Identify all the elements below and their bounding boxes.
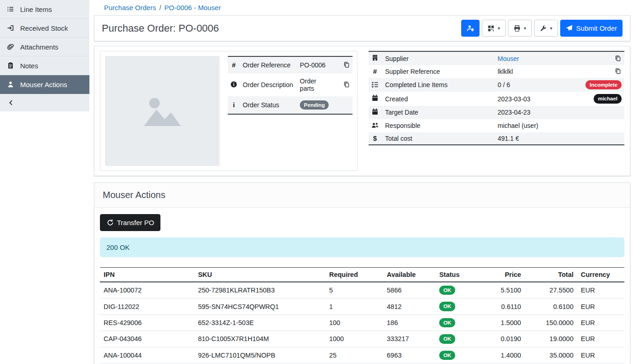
sidebar-collapse-button[interactable] — [0, 94, 89, 111]
cell-ipn: ANA-100072 — [100, 282, 194, 298]
breadcrumb-link-purchase-orders[interactable]: Purchase Orders — [104, 4, 156, 11]
sidebar-item-line-items[interactable]: Line Items — [0, 0, 89, 19]
column-header-currency: Currency — [577, 268, 624, 282]
order-status-label: Order Status — [241, 96, 298, 114]
cell-required: 25 — [325, 347, 383, 363]
sidebar-item-label: Mouser Actions — [20, 81, 67, 88]
order-actions-button[interactable]: ▾ — [534, 20, 558, 37]
caret-down-icon: ▾ — [550, 26, 552, 31]
caret-down-icon: ▾ — [498, 26, 500, 31]
cell-currency: EUR — [577, 347, 624, 363]
hash-icon: # — [371, 68, 379, 75]
detail-row-order-status: iOrder StatusPending — [228, 96, 353, 114]
copy-icon[interactable] — [614, 55, 622, 62]
detail-row-order-reference: #Order ReferencePO-0006 — [228, 56, 353, 73]
submit-order-button[interactable]: Submit Order — [560, 20, 623, 37]
total-cost-value: 491.1 € — [498, 135, 519, 142]
cell-required: 1000 — [325, 331, 383, 347]
transfer-po-button[interactable]: Transfer PO — [100, 214, 160, 231]
image-placeholder-icon — [137, 87, 188, 135]
calendar-icon — [371, 94, 379, 102]
order-description-label: Order Description — [241, 73, 298, 96]
sidebar: Line ItemsReceived StockAttachmentsNotes… — [0, 0, 89, 111]
sidebar-item-attachments[interactable]: Attachments — [0, 38, 89, 56]
cell-available: 186 — [383, 314, 436, 331]
status-alert: 200 OK — [100, 237, 624, 257]
mouser-actions-panel: Mouser Actions Transfer PO 200 OK IPNSKU… — [94, 182, 630, 364]
cell-total: 19.0000 — [525, 331, 577, 347]
detail-row-created: Created2023-03-03michael — [369, 92, 624, 105]
line-item-row: CAP-043046810-C1005X7R1H104M1000333217OK… — [100, 331, 624, 347]
print-actions-button[interactable]: ▾ — [508, 20, 532, 37]
supplier-reference-label: Supplier Reference — [382, 65, 495, 78]
paper-plane-icon — [566, 25, 573, 32]
breadcrumb: Purchase Orders/PO-0006 - Mouser — [94, 0, 630, 15]
supplier-label: Supplier — [382, 51, 495, 65]
copy-icon[interactable] — [614, 67, 622, 75]
breadcrumb-link-po-0006-mouser[interactable]: PO-0006 - Mouser — [165, 4, 221, 11]
users-icon — [371, 121, 379, 129]
cell-price: 1.5000 — [488, 314, 525, 331]
cell-price: 5.5100 — [488, 282, 525, 298]
detail-row-completed-line-items: Completed Line Items0 / 6Incomplete — [369, 78, 624, 92]
issue-order-button[interactable] — [461, 20, 480, 37]
cell-ipn: DIG-112022 — [100, 298, 194, 314]
cell-available: 5866 — [383, 282, 436, 298]
table-header-row: IPNSKURequiredAvailableStatusPriceTotalC… — [100, 268, 624, 282]
barcode-actions-button[interactable]: ▾ — [482, 20, 506, 37]
cell-required: 5 — [325, 282, 383, 298]
column-header-status: Status — [436, 268, 488, 282]
sidebar-item-label: Attachments — [20, 43, 58, 51]
list-icon — [7, 6, 14, 13]
supplier-value-link[interactable]: Mouser — [498, 55, 519, 62]
toolbar: ▾▾▾Submit Order — [461, 20, 623, 37]
cell-price: 0.0190 — [488, 331, 525, 347]
created-value: 2023-03-03 — [498, 95, 531, 103]
sidebar-item-mouser-actions[interactable]: Mouser Actions — [0, 75, 89, 94]
cell-sku: 810-C1005X7R1H104M — [194, 331, 325, 347]
total-cost-label: Total cost — [382, 132, 495, 145]
completed-line-items-label: Completed Line Items — [382, 78, 495, 92]
cell-currency: EUR — [577, 298, 624, 314]
copy-icon[interactable] — [343, 81, 350, 88]
cell-available: 4812 — [383, 298, 436, 314]
dollar-icon: $ — [371, 135, 379, 142]
supplier-info-box: SupplierMouser#Supplier Referencelklklkl… — [369, 51, 624, 145]
cell-ipn: CAP-043046 — [100, 331, 194, 347]
detail-row-responsible: Responsiblemichael (user) — [369, 119, 624, 132]
info-circle-icon — [230, 81, 237, 88]
sidebar-item-notes[interactable]: Notes — [0, 56, 89, 75]
copy-icon[interactable] — [343, 61, 350, 68]
sidebar-item-label: Line Items — [20, 6, 52, 13]
transfer-po-label: Transfer PO — [117, 219, 154, 226]
cell-total: 150.0000 — [525, 314, 577, 331]
cell-total: 27.5500 — [525, 282, 577, 298]
responsible-value: michael (user) — [498, 122, 539, 129]
line-items-table: IPNSKURequiredAvailableStatusPriceTotalC… — [100, 267, 624, 364]
sidebar-nav: Line ItemsReceived StockAttachmentsNotes… — [0, 0, 89, 94]
cell-price: 0.6110 — [488, 298, 525, 314]
target-date-value: 2023-04-23 — [498, 109, 531, 116]
incomplete-badge: Incomplete — [585, 80, 622, 89]
detail-row-total-cost: $Total cost491.1 € — [369, 132, 624, 145]
cell-total: 35.0000 — [525, 347, 577, 363]
order-reference-value: PO-0006 — [300, 61, 325, 69]
panel-header: Mouser Actions — [94, 183, 630, 208]
sidebar-item-received-stock[interactable]: Received Stock — [0, 19, 89, 38]
cell-sku: 926-LMC7101QM5/NOPB — [194, 347, 325, 363]
paperclip-icon — [7, 43, 14, 50]
cell-currency: EUR — [577, 314, 624, 331]
cell-total: 0.6100 — [525, 298, 577, 314]
column-header-price: Price — [488, 268, 525, 282]
column-header-available: Available — [383, 268, 436, 282]
order-summary-box: #Order ReferencePO-0006Order Description… — [100, 51, 358, 171]
hash-icon: # — [230, 61, 237, 69]
pending-badge: Pending — [300, 100, 329, 110]
completed-line-items-value: 0 / 6 — [498, 81, 510, 88]
building-icon — [371, 54, 379, 61]
order-image-placeholder[interactable] — [105, 56, 220, 166]
responsible-label: Responsible — [382, 119, 495, 132]
line-item-row: ANA-100044926-LMC7101QM5/NOPB256963OK1.4… — [100, 347, 624, 363]
breadcrumb-separator: / — [159, 4, 161, 11]
list-check-icon — [371, 81, 379, 88]
